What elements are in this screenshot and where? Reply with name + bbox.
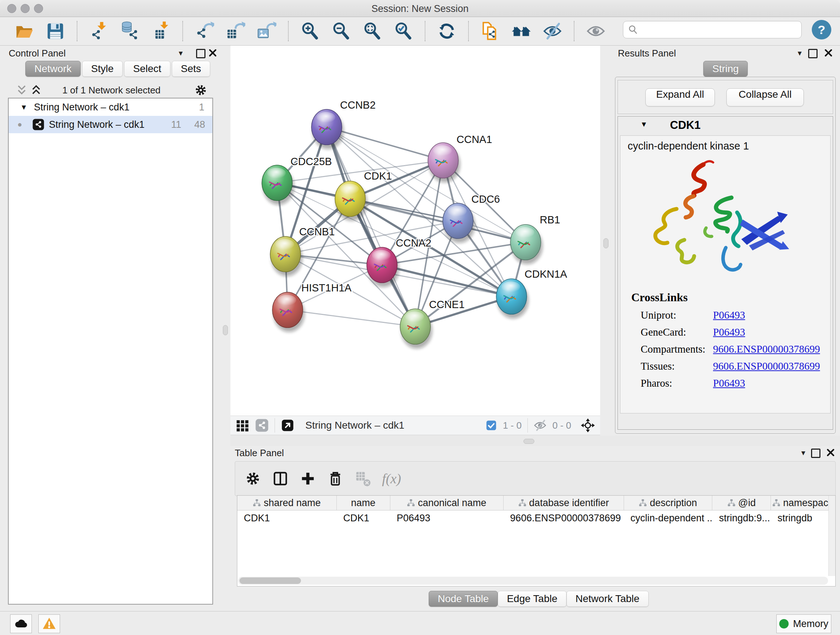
bottom-splitter-handle[interactable] [523, 439, 534, 444]
cell-description[interactable]: cyclin-dependent ... [624, 510, 713, 526]
export-network-icon[interactable] [195, 21, 214, 41]
left-splitter-handle[interactable] [223, 325, 228, 335]
node-CCNE1[interactable]: CCNE1 [400, 299, 464, 348]
copy-network-icon[interactable] [480, 21, 500, 41]
help-button[interactable]: ? [812, 20, 831, 40]
zoom-in-icon[interactable] [300, 21, 320, 41]
tab-string[interactable]: String [703, 61, 748, 77]
warnings-button[interactable] [38, 614, 60, 633]
fit-selected-crosshair-icon[interactable] [581, 418, 595, 432]
column-header-@id[interactable]: @id [712, 496, 771, 510]
table-gear-icon[interactable] [245, 470, 261, 487]
float-panel-icon[interactable] [196, 49, 205, 58]
tab-network[interactable]: Network [25, 61, 81, 77]
show-hidden-items-icon[interactable] [586, 21, 606, 41]
column-header-name[interactable]: name [337, 496, 390, 510]
close-panel-icon[interactable] [208, 49, 217, 57]
export-image-icon[interactable] [257, 21, 276, 41]
cell-@id[interactable]: stringdb:9... [712, 510, 771, 526]
column-header-namespace[interactable]: namespace [771, 496, 835, 510]
crosslink-link[interactable]: 9606.ENSP00000378699 [713, 343, 820, 355]
crosslink-link[interactable]: P06493 [713, 326, 820, 338]
float-panel-icon[interactable] [811, 448, 821, 458]
float-panel-icon[interactable] [808, 49, 818, 58]
section-expanded-icon[interactable]: ▼ [640, 120, 647, 128]
delete-column-icon[interactable] [327, 470, 344, 487]
cell-canonical-name[interactable]: P06493 [390, 510, 504, 526]
table-vertical-scrollbar[interactable] [829, 496, 835, 576]
selected-checkbox-icon[interactable] [485, 420, 497, 431]
tab-style[interactable]: Style [82, 61, 123, 77]
node-CDKN1A[interactable]: CDKN1A [496, 268, 567, 318]
network-canvas[interactable]: CCNB2CCNA1CDC25BCDK1CDC6RB1CCNB1CCNA2CDK… [231, 46, 600, 416]
node-CCNA1[interactable]: CCNA1 [428, 134, 492, 182]
table-row[interactable]: CDK1CDK1P064939606.ENSP00000378699cyclin… [237, 510, 835, 526]
node-HIST1H1A[interactable]: HIST1H1A [272, 282, 352, 332]
crosslink-link[interactable]: 9606.ENSP00000378699 [713, 360, 820, 372]
import-table-file-icon[interactable] [151, 21, 171, 41]
apply-layout-icon[interactable] [437, 21, 456, 41]
network-edge[interactable] [350, 199, 526, 242]
crosslink-link[interactable]: P06493 [713, 309, 820, 321]
save-session-icon[interactable] [46, 21, 65, 41]
gear-icon[interactable] [194, 83, 208, 97]
cell-namespace[interactable]: stringdb [771, 510, 835, 526]
expand-all-button[interactable]: Expand All [645, 88, 715, 106]
home-networks-icon[interactable] [512, 21, 531, 41]
left-splitter[interactable] [220, 46, 231, 435]
network-overview-share-icon[interactable] [255, 418, 269, 432]
column-header-canonical-name[interactable]: canonical name [390, 496, 504, 510]
close-panel-icon[interactable] [824, 49, 833, 57]
node-label-CDC6: CDC6 [471, 193, 500, 205]
network-edge[interactable] [327, 127, 415, 326]
zoom-selected-icon[interactable] [393, 21, 413, 41]
hidden-eye-slash-icon[interactable] [534, 419, 546, 432]
tab-edge-table[interactable]: Edge Table [498, 591, 567, 607]
cell-name[interactable]: CDK1 [337, 510, 390, 526]
network-row-selected[interactable]: ● String Network – cdk1 11 48 [9, 116, 212, 133]
cell-database-identifier[interactable]: 9606.ENSP00000378699 [504, 510, 624, 526]
tree-expanded-icon[interactable]: ▼ [20, 103, 27, 111]
tab-node-table[interactable]: Node Table [429, 591, 498, 607]
memory-button[interactable]: Memory [776, 614, 831, 633]
panel-menu-icon[interactable]: ▾ [801, 448, 805, 458]
search-box[interactable] [623, 21, 802, 38]
panel-menu-icon[interactable]: ▾ [798, 49, 802, 58]
scrollbar-thumb[interactable] [240, 578, 301, 584]
collapse-all-button[interactable]: Collapse All [726, 88, 804, 106]
zoom-out-icon[interactable] [332, 21, 351, 41]
tab-network-table[interactable]: Network Table [567, 591, 649, 607]
gene-section-header[interactable]: ▼ CDK1 [618, 117, 833, 134]
network-collection-row[interactable]: ▼ String Network – cdk1 1 [9, 98, 212, 116]
zoom-fit-icon[interactable] [363, 21, 382, 41]
table-horizontal-scrollbar[interactable] [238, 577, 828, 585]
column-header-description[interactable]: description [624, 496, 713, 510]
search-input[interactable] [638, 24, 801, 36]
node-CDC6[interactable]: CDC6 [443, 193, 500, 243]
node-CCNB2[interactable]: CCNB2 [311, 99, 376, 149]
tab-select[interactable]: Select [124, 61, 171, 77]
hide-items-icon[interactable] [543, 21, 562, 41]
bottom-splitter[interactable] [231, 435, 840, 446]
import-network-file-icon[interactable] [89, 21, 109, 41]
add-column-icon[interactable] [300, 470, 316, 487]
column-header-database-identifier[interactable]: database identifier [504, 496, 624, 510]
panel-menu-icon[interactable]: ▾ [179, 49, 183, 58]
column-label: namespace [783, 497, 834, 509]
node-RB1[interactable]: RB1 [510, 214, 560, 264]
right-splitter[interactable] [601, 46, 611, 435]
import-network-database-icon[interactable] [120, 21, 140, 41]
close-panel-icon[interactable] [826, 448, 835, 457]
tab-sets[interactable]: Sets [172, 61, 210, 77]
column-header-shared-name[interactable]: shared name [237, 496, 337, 510]
right-splitter-handle[interactable] [603, 238, 608, 249]
birdseye-grid-icon[interactable] [235, 418, 249, 432]
crosslink-link[interactable]: P06493 [713, 377, 820, 389]
network-edge[interactable] [287, 310, 415, 326]
open-in-window-icon[interactable] [281, 418, 294, 432]
select-columns-icon[interactable] [272, 470, 289, 487]
open-session-icon[interactable] [14, 21, 34, 41]
cloud-tasks-button[interactable] [10, 614, 32, 633]
cell-shared-name[interactable]: CDK1 [237, 510, 337, 526]
export-table-icon[interactable] [226, 21, 245, 41]
